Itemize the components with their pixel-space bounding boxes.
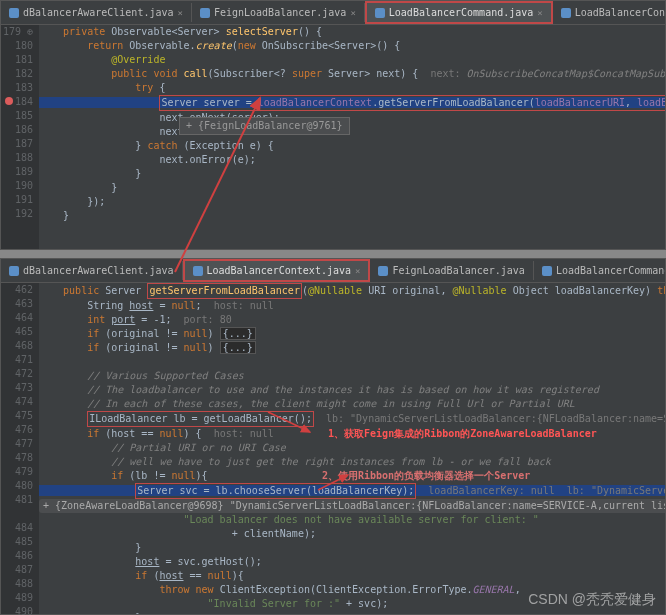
tab[interactable]: LoadBalancerContext.java× <box>553 3 665 22</box>
editor-pane-1: dBalancerAwareClient.java× FeignLoadBala… <box>0 0 666 250</box>
tab[interactable]: LoadBalancerCommand.java <box>534 261 665 280</box>
editor-pane-2: dBalancerAwareClient.java LoadBalancerCo… <box>0 258 666 615</box>
tab[interactable]: FeignLoadBalancer.java <box>370 261 533 280</box>
java-icon <box>561 8 571 18</box>
tab-bar-2: dBalancerAwareClient.java LoadBalancerCo… <box>1 259 665 283</box>
debug-tooltip: + {FeignLoadBalancer@9761} <box>179 117 350 135</box>
code-area-1[interactable]: private Observable<Server> selectServer(… <box>39 25 665 249</box>
watermark: CSDN @秃秃爱健身 <box>528 591 656 609</box>
close-icon[interactable]: × <box>355 266 360 276</box>
java-icon <box>542 266 552 276</box>
debug-inline-hint: + {ZoneAwareLoadBalancer@9698} "DynamicS… <box>39 499 665 513</box>
tab-active[interactable]: LoadBalancerCommand.java× <box>365 1 553 24</box>
tab[interactable]: dBalancerAwareClient.java× <box>1 3 192 22</box>
breakpoint-icon[interactable] <box>5 97 13 105</box>
tab[interactable]: dBalancerAwareClient.java <box>1 261 183 280</box>
annotation-2: 2、使用Ribbon的负载均衡器选择一个Server <box>322 470 530 481</box>
tab-active[interactable]: LoadBalancerContext.java× <box>183 259 371 282</box>
line-gutter: 179 ⊕18018118218318418518618718818919019… <box>1 25 39 249</box>
java-icon <box>200 8 210 18</box>
line-gutter-2: 4624634644654684714724734744754764774784… <box>1 283 39 614</box>
tab[interactable]: FeignLoadBalancer.java× <box>192 3 365 22</box>
java-icon <box>193 266 203 276</box>
java-icon <box>378 266 388 276</box>
code-area-2[interactable]: public Server getServerFromLoadBalancer(… <box>39 283 665 614</box>
annotation-1: 1、获取Feign集成的Ribbon的ZoneAwareLoadBalancer <box>328 428 597 439</box>
java-icon <box>9 266 19 276</box>
java-icon <box>9 8 19 18</box>
close-icon[interactable]: × <box>350 8 355 18</box>
close-icon[interactable]: × <box>178 8 183 18</box>
java-icon <box>375 8 385 18</box>
close-icon[interactable]: × <box>537 8 542 18</box>
tab-bar-1: dBalancerAwareClient.java× FeignLoadBala… <box>1 1 665 25</box>
